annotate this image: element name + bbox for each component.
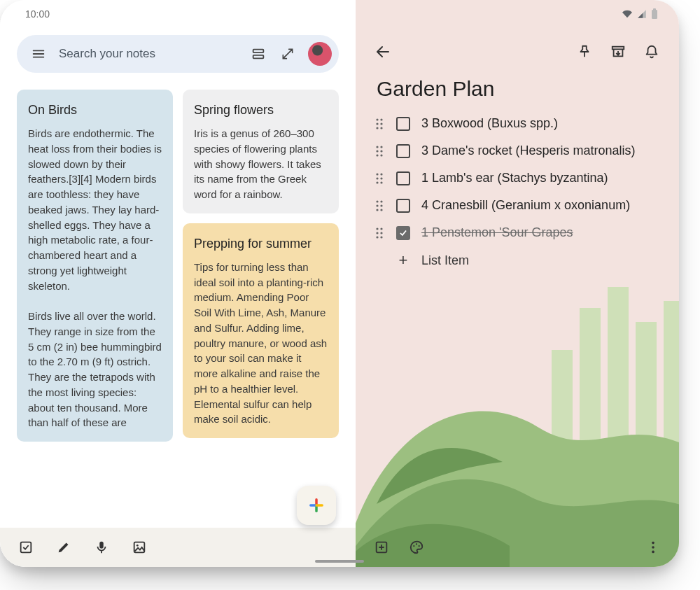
svg-point-7 (136, 545, 139, 547)
drag-handle-icon[interactable] (374, 172, 385, 185)
svg-point-34 (376, 204, 378, 206)
svg-point-16 (376, 122, 378, 125)
new-checklist-icon[interactable] (17, 538, 35, 556)
new-image-icon[interactable] (130, 538, 148, 556)
new-note-fab[interactable] (297, 486, 336, 525)
search-bar[interactable]: Search your notes (17, 35, 339, 73)
checklist-label: 1 Penstemon 'Sour Grapes (421, 225, 573, 240)
checkbox[interactable] (396, 117, 410, 131)
svg-rect-13 (612, 47, 624, 50)
wifi-icon (622, 9, 633, 19)
note-body: Birds live all over the world. They rang… (28, 309, 162, 430)
svg-point-37 (380, 209, 382, 211)
svg-point-35 (380, 204, 382, 206)
add-list-item[interactable]: +List Item (370, 248, 665, 272)
svg-rect-11 (664, 301, 679, 476)
expand-icon[interactable] (279, 45, 297, 63)
svg-point-32 (376, 200, 378, 202)
background-illustration (356, 266, 679, 567)
view-toggle-icon[interactable] (249, 45, 267, 63)
checkbox[interactable] (396, 171, 410, 185)
new-audio-icon[interactable] (92, 538, 111, 556)
svg-rect-0 (652, 10, 657, 19)
note-title: Prepping for summer (194, 234, 328, 253)
back-icon[interactable] (374, 43, 392, 61)
svg-rect-4 (21, 542, 31, 553)
add-content-icon[interactable] (372, 538, 391, 556)
checkbox[interactable] (396, 199, 410, 213)
checkbox[interactable] (396, 144, 410, 158)
more-icon[interactable] (644, 538, 662, 556)
checklist-item[interactable]: 1 Penstemon 'Sour Grapes (370, 221, 665, 244)
svg-point-30 (376, 181, 378, 183)
note-body: Birds are endothermic. The heat loss fro… (28, 126, 162, 293)
checklist: 3 Boxwood (Buxus spp.)3 Dame's rocket (H… (356, 112, 679, 272)
svg-rect-1 (653, 8, 656, 10)
drag-handle-icon[interactable] (374, 118, 385, 130)
checklist-item[interactable]: 3 Dame's rocket (Hesperis matronalis) (370, 139, 665, 162)
new-drawing-icon[interactable] (55, 538, 73, 556)
note-card-birds[interactable]: On Birds Birds are endothermic. The heat… (17, 90, 173, 442)
note-body: Iris is a genus of 260–300 species of fl… (194, 126, 328, 202)
left-toolbar (0, 528, 356, 567)
svg-point-36 (376, 209, 378, 211)
svg-point-27 (380, 173, 382, 175)
svg-point-33 (380, 200, 382, 202)
svg-rect-8 (580, 308, 601, 476)
checklist-item[interactable]: 1 Lamb's ear (Stachys byzantina) (370, 167, 665, 190)
avatar[interactable] (308, 42, 332, 66)
search-placeholder: Search your notes (59, 47, 238, 61)
reminder-icon[interactable] (643, 43, 661, 61)
home-indicator[interactable] (315, 560, 364, 563)
checklist-label: 4 Cranesbill (Geranium x oxonianum) (421, 198, 630, 213)
svg-rect-9 (608, 287, 629, 476)
svg-point-38 (376, 227, 378, 230)
checklist-label: 3 Dame's rocket (Hesperis matronalis) (421, 143, 636, 158)
note-title: Spring flowers (194, 101, 328, 119)
pin-icon[interactable] (575, 43, 594, 61)
drag-handle-icon[interactable] (374, 145, 385, 157)
svg-point-48 (652, 542, 654, 545)
notes-list-pane: Search your notes On Birds Birds are end… (0, 0, 356, 567)
status-icons (622, 8, 658, 20)
svg-point-24 (376, 154, 378, 156)
svg-point-22 (376, 150, 378, 152)
archive-icon[interactable] (609, 43, 627, 61)
add-item-label: List Item (421, 253, 469, 268)
svg-point-46 (416, 543, 417, 545)
svg-point-45 (413, 545, 414, 547)
svg-point-26 (376, 173, 378, 175)
svg-rect-12 (552, 350, 573, 476)
drag-handle-icon[interactable] (374, 199, 385, 212)
checklist-label: 1 Lamb's ear (Stachys byzantina) (421, 171, 608, 185)
svg-rect-5 (99, 542, 104, 549)
svg-rect-10 (636, 322, 657, 476)
svg-rect-2 (253, 50, 264, 53)
svg-point-21 (380, 146, 382, 148)
drag-handle-icon[interactable] (374, 227, 385, 239)
menu-icon[interactable] (29, 45, 48, 63)
signal-icon (637, 9, 647, 19)
note-card-spring[interactable]: Spring flowers Iris is a genus of 260–30… (183, 90, 339, 213)
note-title: On Birds (28, 101, 162, 119)
note-body: Tips for turning less than ideal soil in… (194, 260, 328, 427)
svg-point-29 (380, 177, 382, 179)
palette-icon[interactable] (407, 538, 426, 556)
svg-point-25 (380, 154, 382, 156)
detail-title[interactable]: Garden Plan (356, 73, 679, 112)
svg-point-19 (380, 127, 382, 129)
note-card-summer[interactable]: Prepping for summer Tips for turning les… (183, 223, 339, 438)
svg-point-20 (376, 146, 378, 148)
svg-point-28 (376, 177, 378, 179)
status-time: 10:00 (25, 8, 50, 20)
checklist-label: 3 Boxwood (Buxus spp.) (421, 116, 558, 131)
svg-point-43 (380, 236, 382, 238)
checklist-item[interactable]: 3 Boxwood (Buxus spp.) (370, 112, 665, 135)
svg-point-17 (380, 122, 382, 125)
svg-point-40 (376, 232, 378, 234)
note-detail-pane: Garden Plan 3 Boxwood (Buxus spp.)3 Dame… (356, 0, 679, 567)
svg-point-39 (380, 227, 382, 230)
checkbox[interactable] (396, 226, 410, 240)
svg-point-15 (380, 118, 382, 120)
checklist-item[interactable]: 4 Cranesbill (Geranium x oxonianum) (370, 194, 665, 217)
